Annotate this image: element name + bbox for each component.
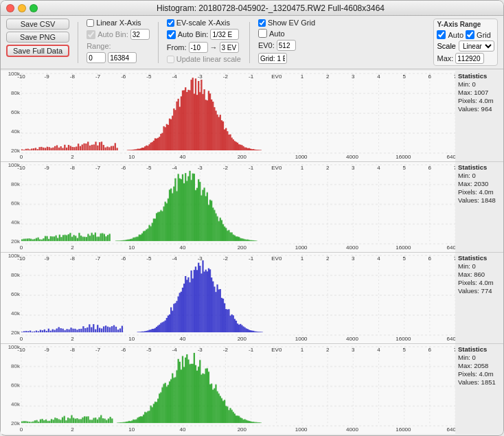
stats-min-3: Min: 0 <box>458 354 501 361</box>
ev-bin-input[interactable] <box>210 29 239 40</box>
show-ev-grid-row: Show EV Grid <box>258 19 315 27</box>
bin-input[interactable] <box>130 29 150 40</box>
max-label: Max: <box>437 54 453 62</box>
stats-pixels-0: Pixels: 4.0m <box>458 97 501 104</box>
show-ev-grid-checkbox[interactable] <box>258 19 266 27</box>
show-ev-grid-section: Show EV Grid Auto EV0: <box>258 19 315 64</box>
grid-input[interactable] <box>258 53 287 64</box>
titlebar: Histogram: 20180728-045902-_1320475.RW2 … <box>1 1 503 16</box>
y-axis-grid-checkbox[interactable] <box>466 30 474 39</box>
update-linear-label: Update linear scale <box>176 55 241 63</box>
linear-xaxis-label: Linear X-Axis <box>96 19 141 27</box>
ev-auto2-label: Auto <box>269 30 285 38</box>
max-row: Max: <box>437 53 494 64</box>
y-axis-label: Y-Axis Range <box>437 21 494 28</box>
range-max-input[interactable] <box>108 52 137 63</box>
stats-values-3: Values: 1851 <box>458 378 501 386</box>
ev-from-label: From: <box>167 43 187 51</box>
separator-1 <box>78 22 78 63</box>
ev-scale-label: EV-scale X-Axis <box>176 19 230 27</box>
save-csv-button[interactable]: Save CSV <box>6 19 69 30</box>
chart-row-2: Statistics Min: 0 Max: 860 Pixels: 4.0m … <box>1 253 503 344</box>
chart-stats-3: Statistics Min: 0 Max: 2058 Pixels: 4.0m… <box>455 344 503 435</box>
stats-values-0: Values: 964 <box>458 105 501 113</box>
show-ev-grid-label: Show EV Grid <box>268 19 315 27</box>
histogram-canvas-green1 <box>1 162 455 253</box>
stats-title-3: Statistics <box>458 345 501 353</box>
y-axis-auto-label: Auto <box>448 31 463 39</box>
toolbar: Save CSV Save PNG Save Full Data Linear … <box>1 16 503 69</box>
update-linear-checkbox[interactable] <box>167 56 174 63</box>
stats-pixels-2: Pixels: 4.0m <box>458 279 501 286</box>
scale-select[interactable]: Linear Log <box>459 41 494 51</box>
histogram-canvas-blue <box>1 253 455 343</box>
histogram-canvas-red <box>1 71 455 161</box>
chart-row-1: Statistics Min: 0 Max: 2030 Pixels: 4.0m… <box>1 162 503 253</box>
ev-from-input[interactable] <box>189 42 208 53</box>
y-axis-auto-checkbox[interactable] <box>437 30 446 39</box>
chart-row-0: Statistics Min: 0 Max: 1007 Pixels: 4.0m… <box>1 71 503 162</box>
ev-scale-checkbox[interactable] <box>167 19 174 27</box>
separator-2 <box>158 22 159 63</box>
histogram-canvas-green2 <box>1 344 455 435</box>
auto-bin-checkbox[interactable] <box>87 30 95 39</box>
y-axis-section: Y-Axis Range Auto Grid Scale Linear Log … <box>433 19 498 66</box>
y-axis-auto-row: Auto Grid <box>437 30 494 39</box>
auto-bin-label: Auto <box>98 30 113 38</box>
range-min-input[interactable] <box>87 52 106 63</box>
ev0-label: EV0: <box>258 41 275 49</box>
stats-title-0: Statistics <box>458 72 501 80</box>
charts-area: Statistics Min: 0 Max: 1007 Pixels: 4.0m… <box>1 69 503 435</box>
stats-title-1: Statistics <box>458 163 501 171</box>
ev-auto-checkbox[interactable] <box>167 30 176 39</box>
separator-3 <box>249 22 250 63</box>
bin-label: Bin: <box>115 30 128 38</box>
save-full-data-button[interactable]: Save Full Data <box>6 45 69 57</box>
chart-row-3: Statistics Min: 0 Max: 2058 Pixels: 4.0m… <box>1 344 503 435</box>
stats-pixels-3: Pixels: 4.0m <box>458 370 501 378</box>
ev-auto2-checkbox[interactable] <box>258 29 267 38</box>
stats-title-2: Statistics <box>458 254 501 262</box>
minimize-button[interactable] <box>18 4 26 12</box>
auto-bin-row: Auto Bin: <box>87 29 150 40</box>
chart-canvas-wrap-3 <box>1 344 455 435</box>
ev-bin-label: Bin: <box>195 30 208 38</box>
stats-max-1: Max: 2030 <box>458 180 501 187</box>
range-label: Range: <box>87 42 111 50</box>
max-input[interactable] <box>455 53 484 64</box>
stats-values-1: Values: 1848 <box>458 196 501 204</box>
chart-canvas-wrap-1 <box>1 162 455 253</box>
save-buttons-section: Save CSV Save PNG Save Full Data <box>6 19 69 57</box>
ev-auto-bin-row: Auto Bin: <box>167 29 241 40</box>
ev-from-row: From: → <box>167 42 241 53</box>
ev-scale-section: EV-scale X-Axis Auto Bin: From: → Update… <box>167 19 241 63</box>
chart-stats-0: Statistics Min: 0 Max: 1007 Pixels: 4.0m… <box>455 71 503 161</box>
ev0-row: EV0: <box>258 40 315 51</box>
stats-min-2: Min: 0 <box>458 262 501 270</box>
scale-label: Scale <box>437 42 456 50</box>
stats-min-1: Min: 0 <box>458 172 501 179</box>
stats-max-0: Max: 1007 <box>458 89 501 96</box>
save-png-button[interactable]: Save PNG <box>6 32 69 43</box>
chart-stats-1: Statistics Min: 0 Max: 2030 Pixels: 4.0m… <box>455 162 503 253</box>
linear-xaxis-section: Linear X-Axis Auto Bin: Range: <box>87 19 150 63</box>
range-row: Range: <box>87 42 150 50</box>
traffic-lights <box>6 4 38 12</box>
ev-arrow-icon: → <box>210 43 218 51</box>
chart-canvas-wrap-2 <box>1 253 455 343</box>
stats-max-3: Max: 2058 <box>458 362 501 369</box>
maximize-button[interactable] <box>30 4 38 12</box>
range-values-row <box>87 52 150 63</box>
update-linear-row: Update linear scale <box>167 55 241 63</box>
stats-pixels-1: Pixels: 4.0m <box>458 188 501 196</box>
ev-to-input[interactable] <box>220 42 239 53</box>
close-button[interactable] <box>6 4 14 12</box>
ev-auto-label: Auto <box>178 30 194 38</box>
grid-row <box>258 53 315 64</box>
linear-xaxis-checkbox[interactable] <box>87 19 94 27</box>
linear-xaxis-row: Linear X-Axis <box>87 19 150 27</box>
ev0-input[interactable] <box>277 40 296 51</box>
scale-row: Scale Linear Log <box>437 41 494 51</box>
ev-scale-row: EV-scale X-Axis <box>167 19 241 27</box>
chart-stats-2: Statistics Min: 0 Max: 860 Pixels: 4.0m … <box>455 253 503 343</box>
